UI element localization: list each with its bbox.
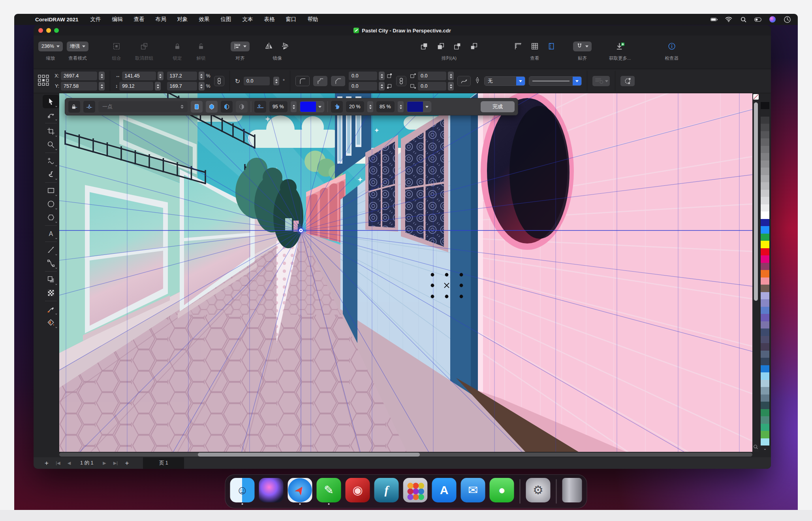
width-stepper[interactable] bbox=[158, 72, 164, 80]
corner-radius-tl-field[interactable]: 0.0 bbox=[349, 72, 377, 80]
page-border-icon[interactable] bbox=[546, 41, 556, 51]
vertical-scrollbar[interactable] bbox=[752, 93, 759, 452]
transparency-tool[interactable] bbox=[43, 286, 59, 300]
dock-app-finder[interactable]: ☺ bbox=[230, 478, 255, 505]
horizontal-scrollbar[interactable] bbox=[34, 452, 771, 457]
color-swatch[interactable] bbox=[761, 124, 769, 131]
color-swatch[interactable] bbox=[761, 365, 769, 373]
color-swatch[interactable] bbox=[761, 358, 769, 365]
grid-opacity-field[interactable]: 85 % bbox=[376, 101, 395, 112]
color-swatch[interactable] bbox=[761, 263, 769, 270]
ellipse-tool[interactable] bbox=[43, 197, 59, 211]
mirror-horizontal-icon[interactable] bbox=[264, 41, 274, 51]
color-swatch[interactable] bbox=[761, 241, 769, 248]
first-page-icon[interactable]: |◀ bbox=[53, 461, 64, 466]
color-swatch[interactable] bbox=[761, 292, 769, 300]
rectangle-tool[interactable] bbox=[43, 184, 59, 197]
menubar-item[interactable]: 对象 bbox=[177, 16, 188, 23]
scalloped-corner-button[interactable] bbox=[313, 76, 327, 86]
scale-y-field[interactable]: 169.7 bbox=[167, 82, 197, 91]
corner-radius-tr-field[interactable]: 0.0 bbox=[418, 72, 446, 80]
plane-side-button[interactable] bbox=[221, 101, 233, 113]
menubar-item[interactable]: 布局 bbox=[156, 16, 166, 23]
dock-app-app-store[interactable]: A bbox=[432, 478, 457, 505]
dock-app-font-manager[interactable]: f bbox=[374, 478, 399, 505]
convert-to-curves-button[interactable] bbox=[620, 76, 635, 86]
color-swatch[interactable] bbox=[761, 307, 769, 314]
color-swatch[interactable] bbox=[761, 234, 769, 241]
plane-all-button[interactable] bbox=[191, 101, 203, 113]
rotation-stepper[interactable] bbox=[273, 77, 279, 85]
lock-perspective-icon[interactable] bbox=[68, 101, 80, 113]
scale-x-stepper[interactable] bbox=[199, 72, 205, 80]
search-icon[interactable] bbox=[740, 16, 747, 23]
color-swatch[interactable] bbox=[761, 409, 769, 417]
drawing-canvas[interactable]: 一点 95 % 20 % bbox=[59, 93, 752, 452]
smart-fill-tool[interactable] bbox=[43, 316, 59, 329]
color-swatch[interactable] bbox=[761, 255, 769, 263]
object-width-field[interactable]: 141.45 bbox=[122, 72, 156, 80]
unlock-icon[interactable] bbox=[196, 41, 206, 51]
vertical-scroll-thumb[interactable] bbox=[754, 102, 758, 301]
grid-icon[interactable] bbox=[530, 41, 540, 51]
line-style-dropdown[interactable] bbox=[529, 76, 582, 86]
line-color-dropdown[interactable] bbox=[300, 101, 324, 112]
pastel-city-artwork[interactable] bbox=[59, 93, 752, 452]
menubar-item[interactable]: 查看 bbox=[134, 16, 145, 23]
dock-app-mail[interactable]: ✉ bbox=[461, 478, 485, 505]
next-page-icon[interactable]: ▶ bbox=[99, 461, 110, 466]
color-swatch[interactable] bbox=[761, 190, 769, 197]
color-swatch[interactable] bbox=[761, 285, 769, 292]
horizontal-scroll-thumb[interactable] bbox=[198, 453, 420, 457]
x-stepper[interactable] bbox=[99, 72, 105, 80]
horizon-line-icon[interactable] bbox=[254, 101, 266, 113]
menubar-item[interactable]: 编辑 bbox=[112, 16, 123, 23]
color-swatch[interactable] bbox=[761, 211, 769, 219]
align-dropdown[interactable] bbox=[231, 42, 250, 51]
grid-opacity-stepper[interactable] bbox=[398, 101, 404, 112]
shape-tool[interactable] bbox=[43, 108, 59, 122]
plane-top-button[interactable] bbox=[206, 101, 218, 113]
color-swatch[interactable] bbox=[761, 168, 769, 175]
color-swatch[interactable] bbox=[761, 380, 769, 387]
menubar-item[interactable]: 窗口 bbox=[286, 16, 297, 23]
inspector-icon[interactable] bbox=[667, 41, 677, 51]
color-swatch[interactable] bbox=[761, 395, 769, 402]
zoom-tool[interactable] bbox=[43, 138, 59, 151]
color-swatch[interactable] bbox=[761, 328, 769, 336]
horizon-opacity-stepper[interactable] bbox=[367, 101, 373, 112]
color-swatch[interactable] bbox=[761, 131, 769, 139]
dock-app-safari[interactable]: ➤ bbox=[288, 478, 312, 505]
siri-icon[interactable] bbox=[769, 16, 776, 23]
line-tool[interactable] bbox=[43, 243, 59, 257]
text-tool[interactable]: A bbox=[43, 227, 59, 240]
dock-app-messages[interactable]: ● bbox=[490, 478, 514, 505]
color-swatch[interactable] bbox=[761, 94, 769, 102]
color-swatch[interactable] bbox=[761, 197, 769, 204]
outline-width-dropdown[interactable]: 无 bbox=[484, 76, 525, 86]
corner-radius-br-field[interactable]: 0.0 bbox=[418, 82, 446, 91]
control-center-icon[interactable] bbox=[754, 16, 761, 23]
height-stepper[interactable] bbox=[155, 82, 161, 91]
to-front-icon[interactable] bbox=[419, 41, 429, 51]
color-swatch[interactable] bbox=[761, 182, 769, 190]
color-swatch[interactable] bbox=[761, 321, 769, 329]
zoom-corner-icon[interactable] bbox=[753, 444, 758, 451]
back-one-icon[interactable] bbox=[469, 41, 479, 51]
dock-app-photo-paint[interactable]: ◉ bbox=[346, 478, 370, 505]
polygon-tool[interactable] bbox=[43, 211, 59, 224]
clock-icon[interactable] bbox=[784, 16, 791, 23]
battery-icon[interactable] bbox=[710, 16, 718, 23]
color-swatch[interactable] bbox=[761, 343, 769, 351]
color-swatch[interactable] bbox=[761, 109, 769, 117]
color-swatch[interactable] bbox=[761, 424, 769, 431]
view-mode-dropdown[interactable]: 增强 bbox=[67, 42, 88, 51]
crop-tool[interactable] bbox=[43, 125, 59, 138]
menubar-item[interactable]: 文件 bbox=[90, 16, 101, 23]
color-swatch[interactable] bbox=[761, 336, 769, 344]
color-swatch[interactable] bbox=[761, 138, 769, 146]
get-more-icon[interactable] bbox=[615, 41, 625, 51]
horizon-opacity-field[interactable]: 20 % bbox=[346, 101, 364, 112]
grid-color-dropdown[interactable] bbox=[407, 101, 431, 112]
rotation-angle-field[interactable]: 0.0 bbox=[244, 77, 270, 85]
